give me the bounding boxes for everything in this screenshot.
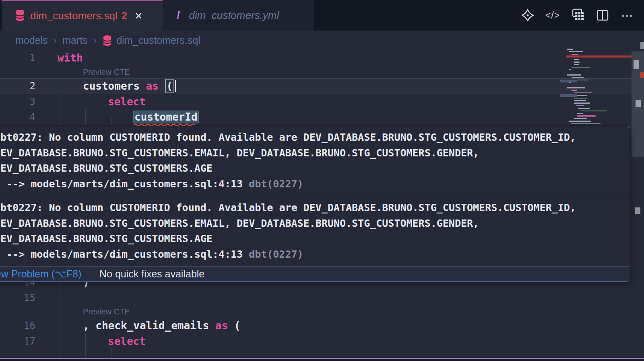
error-message-line: DEV_DATABASE.BRUNO.STG_CUSTOMERS.AGE bbox=[0, 231, 630, 247]
vertical-scrollbar[interactable] bbox=[632, 31, 644, 361]
breadcrumb-file[interactable]: dim_customers.sql bbox=[102, 35, 200, 46]
view-problem-link[interactable]: View Problem (⌥F8) bbox=[0, 268, 81, 280]
code-line-3[interactable]: 3select bbox=[0, 94, 644, 110]
dbt-power-user-icon[interactable] bbox=[520, 8, 535, 23]
minimap-line bbox=[572, 90, 577, 91]
ruler-error-mark bbox=[640, 72, 644, 78]
minimap-line bbox=[574, 118, 587, 119]
breadcrumb-marts[interactable]: marts bbox=[62, 35, 88, 46]
minimap-line bbox=[577, 115, 596, 117]
no-quick-fixes-label: No quick fixes available bbox=[99, 268, 204, 280]
code-line-4[interactable]: 4customerId bbox=[0, 109, 644, 125]
ruler-mark bbox=[635, 207, 640, 214]
editor-actions: </> ⋯ bbox=[520, 0, 635, 31]
breadcrumb-models[interactable]: models bbox=[15, 35, 48, 46]
compile-sql-icon[interactable]: </> bbox=[545, 8, 560, 23]
text-cursor bbox=[175, 80, 176, 92]
breadcrumb: models › marts › dim_customers.sql bbox=[0, 31, 644, 50]
minimap-line bbox=[571, 123, 601, 125]
indent-guide bbox=[111, 117, 111, 125]
minimap-line bbox=[574, 59, 579, 60]
vscode-editor-window: 1withPreview CTE2customers as (3select4c… bbox=[0, 0, 644, 361]
database-icon bbox=[102, 35, 112, 46]
ruler-mark bbox=[634, 60, 639, 69]
error-message-block: dbt0227: No column CUSTOMERID found. Ava… bbox=[0, 126, 630, 198]
minimap-line bbox=[569, 51, 583, 52]
minimap-highlight bbox=[560, 94, 577, 97]
minimap-line bbox=[569, 121, 591, 122]
minimap-line bbox=[578, 108, 590, 109]
hover-footer: View Problem (⌥F8) No quick fixes availa… bbox=[0, 266, 630, 281]
minimap-line bbox=[569, 69, 571, 70]
code-token: ( bbox=[228, 320, 240, 332]
line-number: 4 bbox=[0, 109, 35, 125]
warning-icon: ! bbox=[176, 9, 180, 22]
code-token: select bbox=[108, 96, 146, 108]
indent-guide bbox=[85, 333, 86, 358]
minimap-line bbox=[567, 74, 581, 76]
query-results-icon[interactable] bbox=[570, 8, 585, 23]
error-message-line: dbt0227: No column CUSTOMERID found. Ava… bbox=[0, 200, 630, 216]
codelens-preview-cte[interactable]: Preview CTE bbox=[83, 66, 130, 79]
tab-title: dim_customers.yml bbox=[189, 9, 279, 22]
minimap-line bbox=[572, 67, 590, 68]
line-number: 3 bbox=[0, 94, 35, 110]
code-line-15[interactable]: 15 bbox=[0, 290, 644, 306]
minimap-line bbox=[572, 77, 584, 78]
code-line-17[interactable]: 17select bbox=[0, 334, 644, 349]
chevron-right-icon: › bbox=[54, 34, 57, 47]
codelens-preview-cte[interactable]: Preview CTE bbox=[83, 306, 130, 318]
minimap-line bbox=[574, 62, 580, 63]
tab-title: dim_customers.sql bbox=[30, 10, 118, 22]
error-source-code: dbt(0227) bbox=[249, 178, 303, 190]
close-icon[interactable]: ✕ bbox=[134, 10, 142, 22]
code-line-16[interactable]: 16, check_valid_emails as ( bbox=[0, 318, 644, 334]
minimap-line bbox=[574, 100, 586, 101]
minimap-line bbox=[574, 103, 590, 104]
error-hover-widget: dbt0227: No column CUSTOMERID found. Ava… bbox=[0, 126, 630, 282]
code-token: customers bbox=[83, 80, 146, 92]
indent-guide bbox=[85, 109, 86, 125]
minimap-error-line bbox=[566, 55, 632, 57]
minimap-line bbox=[576, 105, 584, 107]
indent-guide bbox=[111, 348, 111, 358]
code-line-1[interactable]: 1with bbox=[0, 50, 644, 66]
window-bottom-edge bbox=[0, 359, 644, 361]
more-actions-icon[interactable]: ⋯ bbox=[620, 8, 635, 23]
minimap-line bbox=[574, 98, 588, 99]
ruler-mark bbox=[636, 100, 641, 107]
error-word-customerid: customerId bbox=[133, 111, 199, 123]
code-token: select bbox=[108, 335, 146, 347]
error-message-line: DEV_DATABASE.BRUNO.STG_CUSTOMERS.AGE bbox=[0, 161, 630, 176]
minimap-line bbox=[577, 113, 583, 114]
code-token bbox=[159, 80, 165, 92]
error-source-code: dbt(0227) bbox=[249, 248, 303, 260]
error-message-block: dbt0227: No column CUSTOMERID found. Ava… bbox=[0, 198, 630, 266]
tab-dim-customers-sql[interactable]: dim_customers.sql 2 ✕ bbox=[2, 0, 163, 31]
code-line-2[interactable]: 2customers as ( bbox=[0, 78, 644, 94]
line-number: 16 bbox=[0, 318, 35, 334]
indent-guide bbox=[60, 94, 60, 125]
error-message-line: DEV_DATABASE.BRUNO.STG_CUSTOMERS.EMAIL, … bbox=[0, 216, 630, 232]
matched-bracket: ( bbox=[165, 79, 175, 93]
line-number: 2 bbox=[0, 79, 35, 94]
tab-problem-count-badge: 2 bbox=[122, 10, 127, 22]
split-editor-icon[interactable] bbox=[595, 8, 610, 23]
tab-bar: dim_customers.sql 2 ✕ ! dim_customers.ym… bbox=[0, 0, 644, 31]
line-number: 17 bbox=[0, 334, 35, 349]
line-number: 1 bbox=[0, 50, 35, 66]
error-location-link[interactable]: --> models/marts/dim_customers.sql:4:13 bbox=[0, 247, 243, 263]
error-message-line: dbt0227: No column CUSTOMERID found. Ava… bbox=[0, 130, 630, 146]
minimap-line bbox=[580, 111, 607, 112]
tab-dim-customers-yml[interactable]: ! dim_customers.yml bbox=[163, 0, 314, 31]
minimap-line bbox=[567, 87, 585, 88]
code-token: , check_valid_emails bbox=[83, 320, 215, 332]
minimap-line bbox=[572, 54, 578, 55]
minimap-line bbox=[574, 64, 579, 65]
error-location-link[interactable]: --> models/marts/dim_customers.sql:4:13 bbox=[0, 176, 243, 192]
indent-guide bbox=[60, 281, 60, 358]
code-token: as bbox=[146, 80, 159, 92]
chevron-right-icon: › bbox=[93, 34, 97, 47]
database-icon bbox=[14, 9, 25, 23]
code-token: with bbox=[58, 52, 83, 64]
